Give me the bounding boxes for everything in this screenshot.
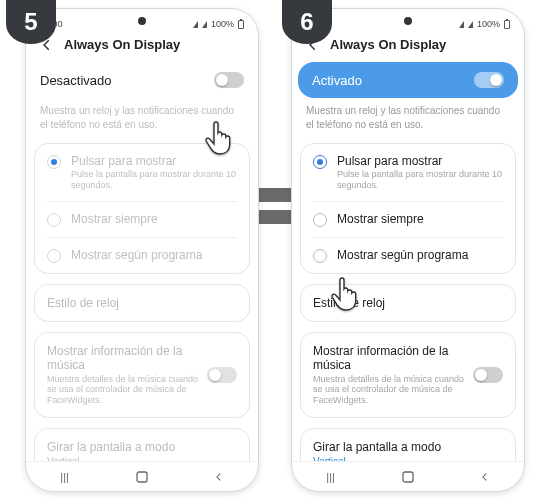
- step-badge-5: 5: [6, 0, 56, 44]
- wifi-icon: [202, 21, 207, 28]
- radio-label: Pulsar para mostrar: [71, 154, 237, 168]
- master-toggle-label: Activado: [312, 73, 362, 88]
- music-info-card: Mostrar información de la música Muestra…: [34, 332, 250, 418]
- display-mode-card: Pulsar para mostrar Pulse la pantalla pa…: [34, 143, 250, 274]
- camera-notch: [138, 17, 146, 25]
- master-toggle-row[interactable]: Activado: [298, 62, 518, 98]
- row-sublabel: Muestra detalles de la música cuando se …: [47, 374, 207, 406]
- row-label: Estilo de reloj: [47, 296, 119, 310]
- feature-description: Muestra un reloj y las notificaciones cu…: [26, 98, 258, 143]
- display-mode-card: Pulsar para mostrar Pulse la pantalla pa…: [300, 143, 516, 274]
- nav-bar: |||: [292, 461, 524, 491]
- radio-label: Pulsar para mostrar: [337, 154, 503, 168]
- radio-icon: [47, 249, 61, 263]
- radio-label: Mostrar según programa: [71, 248, 202, 262]
- nav-recents-icon[interactable]: |||: [324, 470, 338, 484]
- clock-style-row[interactable]: Estilo de reloj: [301, 285, 515, 321]
- nav-back-icon[interactable]: [212, 470, 226, 484]
- radio-show-scheduled[interactable]: Mostrar según programa: [301, 238, 515, 273]
- radio-show-always[interactable]: Mostrar siempre: [301, 202, 515, 237]
- wifi-icon: [468, 21, 473, 28]
- svg-rect-1: [403, 472, 413, 482]
- radio-sublabel: Pulse la pantalla para mostrar durante 1…: [71, 169, 237, 191]
- feature-description: Muestra un reloj y las notificaciones cu…: [292, 98, 524, 143]
- master-toggle-label: Desactivado: [40, 73, 112, 88]
- rotate-row[interactable]: Girar la pantalla a modo Vertical: [301, 429, 515, 461]
- nav-recents-icon[interactable]: |||: [58, 470, 72, 484]
- clock-style-card: Estilo de reloj: [300, 284, 516, 322]
- page-title: Always On Display: [330, 37, 446, 52]
- svg-rect-0: [137, 472, 147, 482]
- radio-icon: [313, 155, 327, 169]
- nav-bar: |||: [26, 461, 258, 491]
- battery-percent: 100%: [477, 19, 500, 29]
- music-toggle[interactable]: [207, 367, 237, 383]
- camera-notch: [404, 17, 412, 25]
- nav-home-icon[interactable]: [401, 470, 415, 484]
- page-header: Always On Display: [26, 31, 258, 62]
- clock-style-row[interactable]: Estilo de reloj: [35, 285, 249, 321]
- nav-back-icon[interactable]: [478, 470, 492, 484]
- step-badge-6: 6: [282, 0, 332, 44]
- music-info-card: Mostrar información de la música Muestra…: [300, 332, 516, 418]
- music-toggle[interactable]: [473, 367, 503, 383]
- phone-step-6: 10:00 100% Always On Display Activado Mu…: [291, 8, 525, 492]
- music-info-row[interactable]: Mostrar información de la música Muestra…: [301, 333, 515, 417]
- page-title: Always On Display: [64, 37, 180, 52]
- battery-percent: 100%: [211, 19, 234, 29]
- radio-icon: [47, 155, 61, 169]
- battery-icon: [238, 20, 244, 29]
- radio-icon: [313, 213, 327, 227]
- row-label: Girar la pantalla a modo: [313, 440, 441, 454]
- radio-show-always[interactable]: Mostrar siempre: [35, 202, 249, 237]
- phone-step-5: 10:00 100% Always On Display Desactivado…: [25, 8, 259, 492]
- row-label: Estilo de reloj: [313, 296, 385, 310]
- row-label: Girar la pantalla a modo: [47, 440, 175, 454]
- radio-icon: [313, 249, 327, 263]
- rotate-row[interactable]: Girar la pantalla a modo Vertical: [35, 429, 249, 461]
- music-info-row[interactable]: Mostrar información de la música Muestra…: [35, 333, 249, 417]
- radio-sublabel: Pulse la pantalla para mostrar durante 1…: [337, 169, 503, 191]
- radio-tap-to-show[interactable]: Pulsar para mostrar Pulse la pantalla pa…: [35, 144, 249, 201]
- row-label: Mostrar información de la música: [47, 344, 207, 372]
- clock-style-card: Estilo de reloj: [34, 284, 250, 322]
- row-label: Mostrar información de la música: [313, 344, 473, 372]
- radio-label: Mostrar según programa: [337, 248, 468, 262]
- battery-icon: [504, 20, 510, 29]
- master-toggle[interactable]: [474, 72, 504, 88]
- signal-icon: [459, 21, 464, 28]
- radio-show-scheduled[interactable]: Mostrar según programa: [35, 238, 249, 273]
- radio-icon: [47, 213, 61, 227]
- master-toggle[interactable]: [214, 72, 244, 88]
- nav-home-icon[interactable]: [135, 470, 149, 484]
- misc-card: Girar la pantalla a modo Vertical Brillo…: [300, 428, 516, 461]
- radio-label: Mostrar siempre: [337, 212, 424, 226]
- radio-tap-to-show[interactable]: Pulsar para mostrar Pulse la pantalla pa…: [301, 144, 515, 201]
- row-sublabel: Muestra detalles de la música cuando se …: [313, 374, 473, 406]
- misc-card: Girar la pantalla a modo Vertical Brillo…: [34, 428, 250, 461]
- master-toggle-row[interactable]: Desactivado: [26, 62, 258, 98]
- radio-label: Mostrar siempre: [71, 212, 158, 226]
- signal-icon: [193, 21, 198, 28]
